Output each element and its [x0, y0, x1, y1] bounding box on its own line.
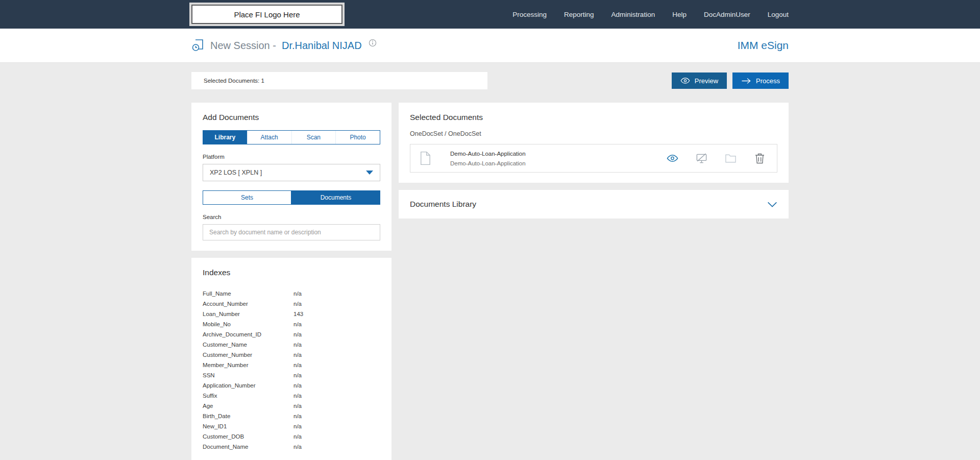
documents-library-title: Documents Library [410, 200, 476, 209]
search-label: Search [203, 214, 380, 220]
index-value: n/a [293, 299, 302, 309]
nav-logout[interactable]: Logout [768, 11, 789, 18]
tab-photo[interactable]: Photo [335, 131, 380, 144]
index-value: n/a [293, 380, 302, 391]
platform-label: Platform [203, 154, 380, 160]
index-value: n/a [293, 411, 302, 421]
document-name-block: Demo-Auto-Loan-Application Demo-Auto-Loa… [450, 151, 526, 166]
info-icon[interactable] [369, 39, 377, 47]
indexes-card: Indexes Full_Name n/a Account_Number n/a [191, 258, 391, 460]
index-value: 143 [293, 309, 303, 319]
chevron-down-icon [366, 171, 373, 175]
index-label: Full_Name [203, 288, 293, 299]
tab-attach[interactable]: Attach [247, 131, 291, 144]
chevron-down-icon[interactable] [767, 201, 777, 208]
index-label: SSN [203, 370, 293, 380]
eye-icon[interactable] [667, 153, 678, 164]
index-row: Archive_Document_ID n/a [203, 329, 380, 340]
arrow-right-icon [741, 78, 751, 84]
index-row: Customer_Name n/a [203, 340, 380, 350]
index-row: Full_Name n/a [203, 288, 380, 299]
eye-icon [680, 77, 690, 84]
index-list: Full_Name n/a Account_Number n/a Loan_Nu… [203, 288, 380, 452]
document-name: Demo-Auto-Loan-Application [450, 151, 526, 157]
platform-select[interactable]: XP2 LOS [ XPLN ] [203, 164, 380, 181]
process-button[interactable]: Process [732, 72, 789, 89]
index-label: Mobile_No [203, 319, 293, 329]
index-row: Age n/a [203, 401, 380, 411]
main-content: Selected Documents: 1 Preview [0, 63, 980, 460]
selected-document-row: Demo-Auto-Loan-Application Demo-Auto-Loa… [410, 144, 777, 173]
index-value: n/a [293, 421, 302, 431]
documents-library-card[interactable]: Documents Library [399, 190, 789, 219]
fi-logo-placeholder: Place FI Logo Here [191, 5, 342, 24]
index-row: Customer_DOB n/a [203, 431, 380, 442]
session-history-icon [191, 39, 205, 52]
index-label: Customer_Number [203, 350, 293, 360]
page: Place FI Logo Here Processing Reporting … [0, 0, 980, 460]
session-title: New Session - [210, 40, 276, 52]
fi-logo-text: Place FI Logo Here [234, 10, 300, 19]
selected-documents-count: Selected Documents: 1 [204, 78, 264, 84]
nav-docadminuser[interactable]: DocAdminUser [704, 11, 750, 18]
toggle-documents[interactable]: Documents [291, 190, 380, 205]
sets-documents-toggle: Sets Documents [203, 190, 380, 205]
index-label: New_ID1 [203, 421, 293, 431]
index-value: n/a [293, 360, 302, 370]
selected-documents-title: Selected Documents [410, 113, 777, 122]
process-button-label: Process [756, 77, 780, 85]
index-label: Member_Number [203, 360, 293, 370]
tab-scan[interactable]: Scan [291, 131, 336, 144]
nav-help[interactable]: Help [672, 11, 687, 18]
index-value: n/a [293, 431, 302, 442]
index-row: Document_Name n/a [203, 442, 380, 452]
index-label: Application_Number [203, 380, 293, 391]
index-label: Customer_Name [203, 340, 293, 350]
left-column: Add Documents Library Attach Scan Photo … [191, 103, 391, 460]
index-value: n/a [293, 442, 302, 452]
index-value: n/a [293, 288, 302, 299]
session-user-link[interactable]: Dr.Hanibal NIJAD [282, 40, 362, 52]
brand-imm-esign: IMM eSign [738, 39, 789, 52]
platform-select-value: XP2 LOS [ XPLN ] [210, 169, 262, 176]
toolbar-buttons: Preview Process [672, 72, 789, 89]
index-value: n/a [293, 340, 302, 350]
index-row: Suffix n/a [203, 391, 380, 401]
index-value: n/a [293, 401, 302, 411]
selected-documents-count-bar: Selected Documents: 1 [191, 72, 487, 89]
docset-breadcrumb: OneDocSet / OneDocSet [410, 130, 777, 137]
index-value: n/a [293, 370, 302, 380]
preview-button[interactable]: Preview [672, 72, 727, 89]
index-row: Account_Number n/a [203, 299, 380, 309]
index-label: Loan_Number [203, 309, 293, 319]
monitor-slash-icon[interactable] [696, 153, 707, 164]
document-search-input[interactable] [203, 224, 380, 240]
session-header: New Session - Dr.Hanibal NIJAD IMM eSign [0, 29, 980, 63]
add-documents-tabs: Library Attach Scan Photo [203, 130, 380, 144]
index-label: Suffix [203, 391, 293, 401]
right-column: Selected Documents OneDocSet / OneDocSet… [399, 103, 789, 219]
topbar: Place FI Logo Here Processing Reporting … [0, 0, 980, 29]
index-value: n/a [293, 329, 302, 340]
add-documents-title: Add Documents [203, 113, 380, 122]
preview-button-label: Preview [695, 77, 718, 85]
toolbar-row: Selected Documents: 1 Preview [191, 72, 789, 89]
nav-reporting[interactable]: Reporting [564, 11, 594, 18]
index-label: Document_Name [203, 442, 293, 452]
toggle-sets[interactable]: Sets [203, 190, 291, 205]
document-actions [667, 153, 768, 164]
tab-library[interactable]: Library [203, 131, 247, 144]
index-row: Member_Number n/a [203, 360, 380, 370]
index-value: n/a [293, 319, 302, 329]
index-value: n/a [293, 391, 302, 401]
index-row: Loan_Number 143 [203, 309, 380, 319]
nav-processing[interactable]: Processing [512, 11, 547, 18]
index-label: Archive_Document_ID [203, 329, 293, 340]
nav-administration[interactable]: Administration [611, 11, 655, 18]
index-row: SSN n/a [203, 370, 380, 380]
trash-icon[interactable] [754, 153, 766, 164]
index-row: New_ID1 n/a [203, 421, 380, 431]
folder-icon[interactable] [725, 153, 737, 164]
add-documents-card: Add Documents Library Attach Scan Photo … [191, 103, 391, 251]
selected-documents-card: Selected Documents OneDocSet / OneDocSet… [399, 103, 789, 183]
